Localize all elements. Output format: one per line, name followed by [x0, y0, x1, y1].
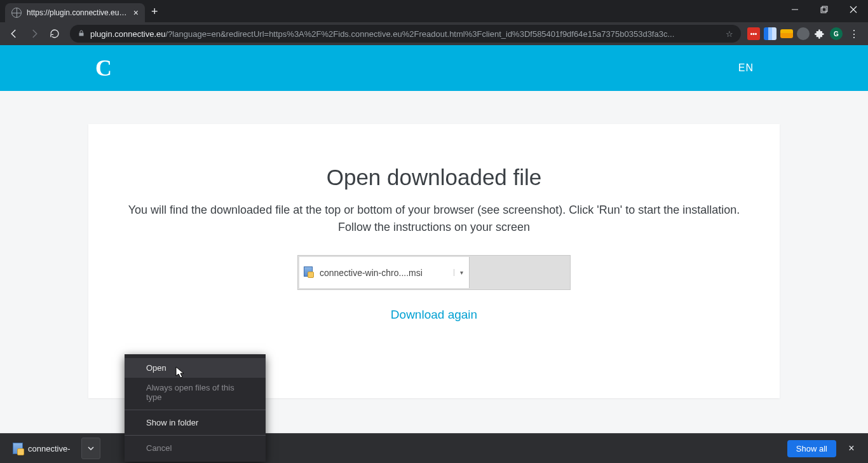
lock-icon: [78, 29, 85, 39]
extensions-puzzle-icon[interactable]: [813, 27, 826, 40]
chevron-down-icon: ▾: [454, 269, 469, 276]
extension-lastpass-icon[interactable]: •••: [747, 27, 760, 40]
svg-rect-1: [821, 8, 826, 13]
window-controls: [780, 0, 868, 22]
context-open[interactable]: Open: [125, 358, 266, 378]
download-item-menu-button[interactable]: [81, 438, 100, 459]
illustration-filename: connective-win-chro....msi: [317, 268, 454, 278]
context-separator: [125, 435, 266, 436]
browser-menu-button[interactable]: ⋮: [845, 28, 863, 40]
msi-file-icon: [13, 443, 23, 454]
extension-gray-icon[interactable]: [797, 27, 810, 40]
instruction-line-1: You will find the downloaded file at the…: [114, 202, 754, 219]
cursor-icon: [175, 366, 186, 382]
instruction-line-2: Follow the instructions on your screen: [114, 219, 754, 236]
extension-mail-icon[interactable]: [780, 29, 793, 38]
forward-button[interactable]: [25, 25, 43, 43]
page-title: Open downloaded file: [114, 165, 754, 190]
new-tab-button[interactable]: +: [151, 5, 158, 18]
close-window-button[interactable]: [839, 0, 868, 19]
download-illustration: connective-win-chro....msi ▾: [297, 255, 571, 290]
download-again-link[interactable]: Download again: [391, 308, 477, 322]
back-button[interactable]: [5, 25, 23, 43]
download-filename: connective-: [28, 444, 70, 453]
download-item[interactable]: connective-: [8, 438, 75, 459]
context-show-in-folder[interactable]: Show in folder: [125, 413, 266, 432]
svg-rect-5: [79, 32, 84, 36]
url-text: plugin.connective.eu/?language=en&redire…: [90, 29, 721, 39]
download-context-menu: Open Always open files of this type Show…: [125, 354, 266, 462]
site-logo: C: [95, 55, 112, 81]
browser-tab-bar: https://plugin.connective.eu/?lan × +: [0, 0, 868, 22]
illustration-download-chip: connective-win-chro....msi ▾: [299, 257, 470, 288]
tab-title: https://plugin.connective.eu/?lan: [27, 8, 128, 17]
context-always-open: Always open files of this type: [125, 378, 266, 407]
star-icon[interactable]: ☆: [726, 29, 733, 39]
close-tab-icon[interactable]: ×: [133, 8, 139, 18]
extension-books-icon[interactable]: [764, 27, 776, 40]
profile-avatar[interactable]: G: [830, 27, 843, 40]
browser-tab[interactable]: https://plugin.connective.eu/?lan ×: [5, 3, 145, 22]
minimize-button[interactable]: [780, 0, 810, 19]
globe-icon: [11, 8, 22, 18]
maximize-button[interactable]: [810, 0, 839, 19]
language-selector[interactable]: EN: [738, 62, 754, 74]
context-cancel[interactable]: Cancel: [125, 438, 266, 458]
browser-toolbar: plugin.connective.eu/?language=en&redire…: [0, 22, 868, 45]
extensions-row: ••• G: [747, 27, 843, 40]
show-all-downloads-button[interactable]: Show all: [787, 440, 836, 457]
msi-file-icon: [304, 266, 313, 277]
close-shelf-button[interactable]: ×: [843, 443, 860, 454]
svg-rect-2: [822, 6, 827, 11]
site-header: C EN: [0, 45, 868, 91]
context-separator: [125, 410, 266, 410]
reload-button[interactable]: [46, 25, 64, 43]
address-bar[interactable]: plugin.connective.eu/?language=en&redire…: [70, 25, 741, 43]
